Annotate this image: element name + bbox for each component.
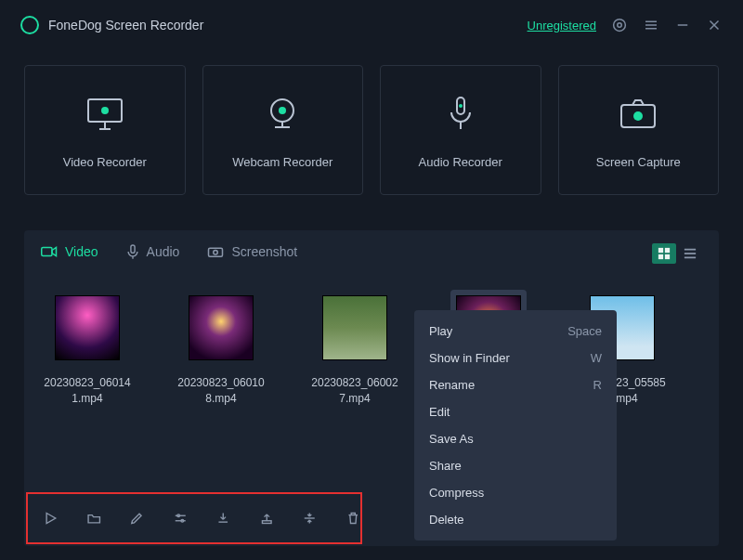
ctx-label: Rename — [429, 378, 475, 392]
close-icon[interactable] — [706, 17, 723, 33]
ctx-item-rename[interactable]: Rename R — [414, 371, 617, 398]
list-view-button[interactable] — [678, 243, 702, 264]
svg-rect-24 — [209, 248, 223, 256]
svg-point-0 — [614, 20, 626, 32]
tab-video[interactable]: Video — [41, 244, 98, 263]
share-icon[interactable] — [259, 509, 275, 527]
ctx-label: Save As — [429, 432, 474, 446]
ctx-shortcut: W — [591, 351, 602, 365]
ctx-item-edit[interactable]: Edit — [414, 398, 617, 425]
svg-rect-26 — [658, 248, 663, 253]
mode-label: Video Recorder — [63, 155, 147, 169]
svg-point-1 — [618, 23, 622, 28]
thumbnail-item[interactable]: 20230823_060141.mp4 — [45, 290, 130, 407]
ctx-item-share[interactable]: Share — [414, 452, 617, 479]
view-toggle — [652, 243, 702, 264]
thumbnail-filename: 20230823_060027.mp4 — [308, 375, 401, 407]
ctx-item-show-in-finder[interactable]: Show in Finder W — [414, 345, 617, 371]
unregistered-link[interactable]: Unregistered — [528, 19, 596, 33]
svg-rect-21 — [42, 248, 52, 256]
menu-icon[interactable] — [643, 17, 659, 33]
svg-point-25 — [214, 251, 218, 255]
ctx-item-save-as[interactable]: Save As — [414, 425, 617, 452]
mode-audio-recorder[interactable]: Audio Recorder — [380, 65, 541, 195]
svg-rect-27 — [665, 248, 670, 253]
svg-rect-38 — [262, 521, 271, 524]
ctx-item-play[interactable]: Play Space — [414, 318, 617, 345]
tab-label: Video — [65, 244, 98, 259]
svg-rect-22 — [130, 245, 134, 253]
thumbnail-item[interactable]: 20230823_060108.mp4 — [178, 290, 264, 407]
svg-rect-29 — [665, 254, 670, 259]
tab-label: Screenshot — [231, 244, 297, 259]
ctx-shortcut: R — [593, 378, 602, 392]
app-logo: FoneDog Screen Recorder — [20, 16, 203, 34]
title-bar-controls: Unregistered — [528, 17, 723, 33]
mode-label: Audio Recorder — [419, 155, 502, 169]
camera-icon — [616, 92, 660, 137]
thumbnail-filename: 20230823_060141.mp4 — [41, 375, 134, 407]
mode-webcam-recorder[interactable]: Webcam Recorder — [202, 65, 364, 195]
ctx-label: Play — [429, 324, 452, 338]
monitor-icon — [83, 92, 127, 137]
thumbnail-filename: 20230823_060108.mp4 — [175, 375, 267, 407]
sliders-icon[interactable] — [173, 509, 189, 527]
folder-icon[interactable] — [86, 509, 102, 527]
tab-audio[interactable]: Audio — [126, 243, 180, 264]
recording-modes: Video Recorder Webcam Recorder Audio Rec… — [0, 46, 743, 214]
mode-label: Webcam Recorder — [232, 155, 332, 169]
svg-point-11 — [101, 107, 109, 114]
thumbnail-image — [55, 295, 120, 360]
grid-view-button[interactable] — [652, 243, 676, 264]
tab-screenshot[interactable]: Screenshot — [207, 244, 297, 263]
library-tabs: Video Audio Screenshot — [41, 243, 702, 264]
title-bar: FoneDog Screen Recorder Unregistered — [0, 0, 743, 46]
mode-screen-capture[interactable]: Screen Capture — [558, 65, 720, 195]
edit-icon[interactable] — [129, 509, 145, 527]
mode-label: Screen Capture — [596, 155, 681, 169]
library-panel: Video Audio Screenshot 20230823_060141.m… — [24, 230, 719, 546]
tab-label: Audio — [147, 244, 180, 259]
ctx-label: Delete — [429, 513, 464, 527]
context-menu: Play Space Show in Finder W Rename R Edi… — [414, 310, 617, 540]
ctx-label: Show in Finder — [429, 351, 510, 365]
thumbnail-item[interactable]: 20230823_060027.mp4 — [312, 290, 398, 407]
svg-point-20 — [633, 111, 643, 121]
gear-icon[interactable] — [611, 17, 628, 33]
compress-icon[interactable] — [302, 509, 318, 527]
webcam-icon — [260, 92, 305, 137]
ctx-shortcut: Space — [567, 324, 602, 338]
trash-icon[interactable] — [345, 509, 361, 527]
minimize-icon[interactable] — [674, 17, 691, 33]
svg-point-13 — [279, 107, 286, 114]
play-icon[interactable] — [43, 509, 59, 527]
ctx-item-compress[interactable]: Compress — [414, 479, 617, 506]
ctx-label: Edit — [429, 405, 450, 419]
media-toolbar — [26, 492, 362, 544]
ctx-label: Share — [429, 459, 462, 473]
ctx-label: Compress — [429, 486, 484, 500]
svg-marker-33 — [46, 514, 56, 524]
microphone-icon — [438, 92, 483, 137]
svg-rect-28 — [658, 254, 663, 259]
app-title: FoneDog Screen Recorder — [48, 18, 203, 33]
thumbnail-image — [322, 295, 387, 360]
thumbnail-image — [189, 295, 254, 360]
svg-point-18 — [459, 104, 463, 108]
ctx-item-delete[interactable]: Delete — [414, 506, 617, 533]
logo-icon — [20, 16, 39, 34]
download-icon[interactable] — [215, 509, 231, 527]
mode-video-recorder[interactable]: Video Recorder — [24, 65, 186, 195]
